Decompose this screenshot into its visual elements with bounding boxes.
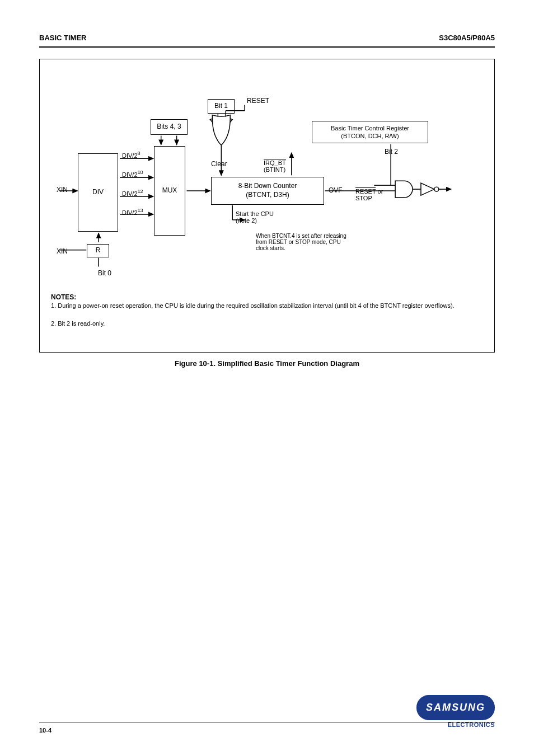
page-header: BASIC TIMER S3C80A5/P80A5: [39, 0, 495, 48]
label-div3: DIV/212: [122, 189, 143, 197]
label-start-cpu: Start the CPU (note 2): [236, 210, 274, 224]
bit1-label: Bit 1: [214, 102, 228, 111]
mux-label: MUX: [162, 186, 177, 195]
block-divider-reset: R: [87, 244, 109, 257]
samsung-logo: SAMSUNG ELECTRONICS: [416, 695, 495, 728]
block-bt-control: Basic Timer Control Register (BTCON, DCH…: [312, 121, 428, 143]
samsung-logo-text: SAMSUNG: [416, 695, 495, 720]
diagram-frame: DIV R Bits 4, 3 MUX Bit 1 8-Bit Down Cou…: [39, 59, 495, 353]
label-reset-flag: RESET or STOP: [355, 181, 383, 201]
header-right: S3C80A5/P80A5: [439, 34, 495, 42]
label-clear: Clear: [211, 160, 227, 168]
notes-title: NOTES:: [51, 293, 76, 301]
block-down-counter: 8-Bit Down Counter (BTCNT, D3H): [211, 177, 324, 205]
page-footer: 10-4 SAMSUNG ELECTRONICS: [0, 722, 534, 734]
down-counter-label: 8-Bit Down Counter (BTCNT, D3H): [238, 182, 297, 199]
label-div4: DIV/213: [122, 208, 143, 216]
label-xinr: XIN: [57, 247, 68, 255]
note-1: 1. During a power-on reset operation, th…: [51, 302, 476, 309]
bt-control-label: Basic Timer Control Register (BTCON, DCH…: [331, 124, 409, 140]
label-div1: DIV/28: [122, 151, 140, 159]
label-irq: IRQ_BT (BTINT): [264, 153, 336, 173]
label-div2: DIV/210: [122, 170, 143, 178]
note-2: 2. Bit 2 is read-only.: [51, 320, 476, 327]
block-bit1: Bit 1: [208, 99, 235, 114]
and-gate-icon: [395, 181, 413, 198]
label-ovf: OVF: [329, 186, 343, 194]
label-xin: XIN: [57, 186, 68, 194]
label-bit4-note: When BTCNT.4 is set after releasing from…: [256, 233, 351, 251]
label-bit0: Bit 0: [98, 269, 111, 277]
block-bits-43: Bits 4, 3: [151, 119, 188, 135]
label-bit2: Bit 2: [385, 148, 398, 156]
block-divider: DIV: [78, 153, 118, 232]
not-gate-icon: [421, 183, 434, 195]
bits-43-label: Bits 4, 3: [157, 123, 181, 132]
divider-reset-label: R: [96, 246, 101, 255]
block-mux: MUX: [154, 146, 185, 236]
label-reset: RESET: [247, 97, 269, 105]
electronics-text: ELECTRONICS: [416, 721, 495, 728]
svg-point-24: [434, 187, 439, 191]
header-left: BASIC TIMER: [39, 34, 87, 42]
divider-label: DIV: [92, 188, 104, 197]
or-gate-icon: [212, 115, 230, 145]
figure-caption: Figure 10-1. Simplified Basic Timer Func…: [0, 359, 534, 368]
